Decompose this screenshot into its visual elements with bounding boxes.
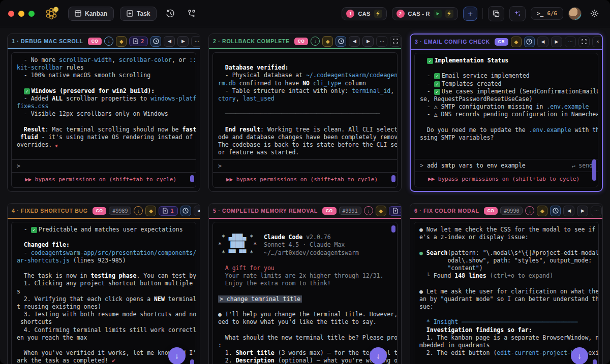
terminal-output[interactable]: * ▄███▄ * Claude Code v2.0.76* ▐███▌ * S… (213, 222, 397, 364)
terminal-line (420, 119, 593, 126)
app-logo (45, 6, 60, 21)
nav-forward-button[interactable]: ▶ (551, 37, 562, 47)
nav-back-button[interactable]: ◀ (563, 206, 574, 216)
history-clock-button[interactable] (336, 36, 346, 47)
ai-sparkles-button[interactable] (509, 6, 526, 21)
terminal-panel-3: 3 · EMAIL CONFIG CHECK CR ◆ ◀ ▶ ⋯ × ✓I (410, 34, 603, 192)
terminal-output[interactable]: - ✓Predictable and matches user expectat… (12, 222, 196, 364)
terminal-line: overrides. ▲ (17, 141, 191, 149)
prompt-char: > (17, 162, 20, 170)
bypass-permissions-status[interactable]: ▶▶ bypass permissions on (shift+tab to c… (415, 172, 598, 187)
nav-back-button[interactable]: ◀ (537, 37, 548, 47)
history-clock-button[interactable] (180, 206, 191, 216)
add-project-button[interactable]: ＋ (463, 7, 477, 21)
terminal-line: kit-scrollbar rules (17, 64, 191, 72)
terminal-line: A gift for you (218, 264, 392, 272)
bypass-permissions-status[interactable]: ▶▶ bypass permissions on (shift+tab to c… (213, 172, 397, 187)
app-window: Kanban Task (0, 0, 610, 364)
terminal-line: eed to know what you'd like the title to… (218, 318, 392, 326)
scrollbar-thumb[interactable] (592, 159, 596, 181)
prompt-input[interactable]: add smtp vars to env example (427, 162, 572, 169)
kanban-button[interactable]: Kanban (68, 7, 114, 21)
close-panel-button[interactable]: × (592, 37, 602, 47)
panel-title: 2 · ROLLBACK COMPLETE (213, 38, 290, 44)
sparkle-button[interactable]: ◆ (511, 37, 522, 47)
task-button[interactable]: Task (120, 7, 157, 21)
bypass-permissions-status[interactable]: ▶▶ bypass permissions on (shift+tab to c… (12, 172, 196, 187)
terminal-line: 2. Verifying that each click opens a NEW… (17, 295, 191, 303)
nav-forward-button[interactable]: ▶ (177, 36, 189, 47)
sparkle-button[interactable]: ◆ (322, 36, 333, 47)
terminal-line: End result: Working tree is clean. All C… (218, 126, 392, 134)
terminal-output[interactable]: Database verified: - Physical database a… (213, 53, 397, 159)
clock-icon (526, 39, 532, 45)
history-clock-button[interactable] (524, 37, 535, 47)
nav-back-button[interactable]: ◀ (349, 36, 360, 47)
clone-layout-button[interactable] (488, 6, 504, 21)
scroll-to-bottom-button[interactable]: ↓ (168, 347, 186, 364)
terminal-line (218, 226, 392, 234)
file-changes-button[interactable]: 2 (129, 37, 148, 46)
scroll-to-bottom-button[interactable]: ↓ (571, 347, 588, 364)
more-button[interactable]: ⋯ (191, 36, 200, 47)
terminal-output[interactable]: - No more scrollbar-width, scrollbar-col… (12, 53, 196, 159)
file-change-count: 2 (141, 39, 144, 44)
scroll-to-bottom-button[interactable]: ↓ (370, 347, 387, 364)
terminal-output[interactable]: ● Now let me check the CSS for the modal… (414, 222, 598, 364)
panel-title: 6 · FIX COLOR MODAL (414, 208, 479, 214)
scrollbar-thumb[interactable] (593, 359, 597, 364)
minimize-window-button[interactable] (18, 11, 24, 17)
terminal-line: Investigation findings so far: (419, 326, 593, 334)
history-clock-button[interactable] (550, 206, 561, 216)
settings-button[interactable] (587, 6, 602, 21)
terminal-line: - 100% native macOS smooth scrolling (17, 72, 191, 79)
send-hint: ↵ send (571, 162, 593, 169)
scrollbar-thumb[interactable] (391, 225, 395, 233)
sparkle-button[interactable]: ◆ (116, 36, 127, 47)
nav-back-button[interactable]: ◀ (194, 206, 200, 216)
history-button[interactable] (163, 6, 178, 21)
file-changes-button[interactable]: 1 (159, 206, 177, 216)
nav-back-button[interactable]: ◀ (164, 36, 175, 47)
nav-forward-button[interactable]: ▶ (577, 206, 588, 216)
more-button[interactable]: ⋯ (591, 206, 602, 216)
terminal-line: ● Search(pattern: "\.modal\s*\{|#project… (419, 249, 593, 257)
close-window-button[interactable] (8, 11, 14, 17)
history-icon (166, 9, 175, 18)
scrollbar-thumb[interactable] (391, 175, 395, 182)
prompt-char: > (218, 162, 222, 170)
expand-button[interactable] (578, 37, 590, 47)
terminal-line: When you've verified it works, let me kn… (17, 349, 191, 357)
expand-button[interactable] (390, 36, 401, 47)
user-avatar[interactable] (568, 7, 582, 20)
file-changes-button[interactable]: 2 (389, 206, 401, 216)
history-clock-button[interactable] (150, 36, 161, 47)
terminal-prompt-row[interactable]: > add smtp vars to env example ↵ send (415, 159, 598, 172)
new-branch-button[interactable] (184, 6, 199, 21)
scrollbar-thumb[interactable] (190, 175, 194, 182)
topbar: Kanban Task (0, 0, 610, 27)
status-badge: CO (294, 38, 309, 45)
terminal-box: ● Now let me check the CSS for the modal… (414, 222, 599, 364)
terminal-line: rm.db confirmed to have NO cli_type colu… (218, 80, 392, 87)
terminal-line: ● Let me ask the user for clarification … (419, 288, 593, 295)
terminal-output[interactable]: ✓Implementation Status - ✓Email service … (415, 53, 598, 159)
terminal-line: - Added ALL scrollbar properties to wind… (17, 95, 191, 103)
terminal-line: fluid - it's using native OS rendering i… (17, 134, 191, 141)
terminal-prompt-row[interactable]: > (213, 159, 397, 172)
status-badge: CO (88, 38, 102, 45)
terminal-line: shortcuts (17, 318, 191, 326)
sparkle-button[interactable]: ◆ (537, 206, 547, 216)
sparkle-button[interactable]: ◆ (376, 206, 386, 216)
terminal-prompt-row[interactable]: > (12, 159, 196, 172)
more-button[interactable]: ⋯ (376, 36, 387, 47)
more-button[interactable]: ⋯ (565, 37, 576, 47)
plus-icon: ＋ (466, 8, 474, 19)
project-pill-cas-r[interactable]: 2 CAS - R (392, 7, 458, 20)
sparkle-button[interactable]: ◆ (145, 206, 156, 216)
project-pill-cas[interactable]: 1 CAS (342, 7, 386, 20)
nav-forward-button[interactable]: ▶ (362, 36, 374, 47)
zoom-window-button[interactable] (28, 11, 35, 17)
scrollbar-thumb[interactable] (190, 359, 194, 364)
terminal-counter-button[interactable]: >_ 6/6 (531, 7, 563, 20)
